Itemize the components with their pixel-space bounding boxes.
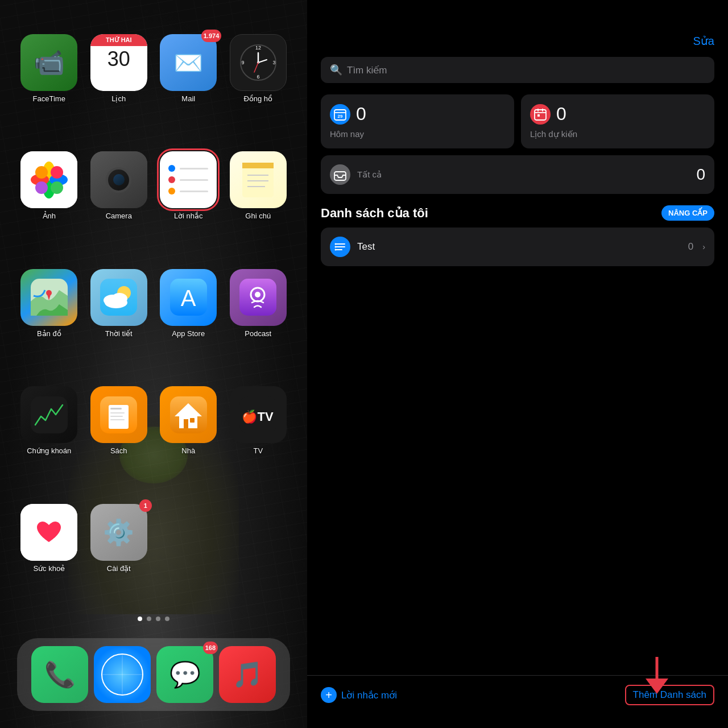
app-podcast[interactable]: Podcast — [226, 269, 291, 370]
podcast-icon — [230, 269, 287, 326]
app-thoi-tiet[interactable]: Thời tiết — [87, 269, 151, 370]
chevron-right-icon: › — [702, 242, 705, 251]
summary-grid: 29 0 Hôm nay 0 — [321, 94, 714, 148]
svg-marker-71 — [646, 679, 668, 694]
upgrade-button[interactable]: NÂNG CẤP — [661, 205, 714, 221]
books-svg — [100, 396, 137, 433]
app-ban-do[interactable]: Bản đồ — [17, 269, 81, 370]
dock-phone[interactable]: 📞 — [31, 646, 88, 703]
dock-messages[interactable]: 💬 168 — [156, 646, 213, 703]
home-svg — [170, 396, 207, 433]
cal-event-svg — [534, 108, 547, 121]
app-facetime[interactable]: 📹 FaceTime — [17, 34, 81, 135]
search-placeholder-text: Tìm kiếm — [347, 64, 387, 76]
list-item-test[interactable]: Test 0 › — [321, 228, 714, 266]
all-icon — [330, 164, 350, 185]
app-loi-nhac[interactable]: Lời nhắc — [156, 151, 221, 253]
lich-weekday: THỨ HAI — [90, 34, 147, 46]
app-ghi-chu[interactable]: Ghi chú — [226, 151, 291, 253]
page-dots — [11, 605, 296, 632]
all-count: 0 — [696, 166, 705, 184]
lich-du-kien-count: 0 — [556, 104, 566, 125]
thoi-tiet-icon — [90, 269, 147, 326]
loi-nhac-label: Lời nhắc — [174, 212, 203, 220]
svg-rect-35 — [31, 396, 68, 433]
sach-label: Sách — [110, 446, 127, 455]
dock-safari[interactable] — [94, 646, 151, 703]
facetime-label: FaceTime — [33, 94, 65, 103]
chung-khoan-icon — [20, 386, 77, 443]
app-sach[interactable]: Sách — [87, 386, 151, 487]
cai-dat-icon: ⚙️ 1 — [90, 504, 147, 561]
app-anh[interactable]: Ảnh — [17, 151, 81, 253]
anh-label: Ảnh — [43, 212, 56, 220]
svg-rect-18 — [242, 163, 274, 168]
app-dong-ho[interactable]: 12 6 9 3 Đồng hồ — [226, 34, 291, 135]
svg-line-6 — [258, 60, 267, 63]
app-camera[interactable]: Camera — [87, 151, 151, 253]
all-card[interactable]: Tất cả 0 — [321, 155, 714, 194]
app-cai-dat[interactable]: ⚙️ 1 Cài đặt — [87, 504, 151, 605]
svg-text:9: 9 — [241, 60, 244, 65]
spacer — [307, 271, 728, 675]
weather-svg — [100, 279, 137, 316]
nha-icon — [160, 386, 217, 443]
app-app-store[interactable]: A App Store — [156, 269, 221, 370]
camera-icon-wrapper — [90, 151, 147, 208]
test-list-name: Test — [357, 241, 375, 253]
loi-nhac-icon-wrapper — [160, 151, 217, 208]
tv-label: TV — [253, 446, 263, 455]
svg-point-29 — [105, 297, 127, 308]
list-svg — [334, 241, 346, 253]
app-mail[interactable]: ✉️ 1.974 Mail — [156, 34, 221, 135]
calendar-event-icon — [530, 104, 551, 125]
svg-point-34 — [255, 292, 260, 297]
dock-music[interactable]: 🎵 — [219, 646, 276, 703]
lich-label: Lịch — [111, 94, 126, 103]
health-svg — [32, 516, 65, 549]
svg-text:29: 29 — [338, 114, 343, 119]
mail-label: Mail — [181, 94, 195, 103]
app-suc-khoe[interactable]: Sức khoẻ — [17, 504, 81, 605]
svg-text:6: 6 — [257, 74, 259, 80]
page-dot-4 — [165, 617, 169, 621]
facetime-icon: 📹 — [20, 34, 77, 91]
plus-circle-icon: + — [321, 687, 337, 703]
reminders-app: Sửa 🔍 Tìm kiếm 29 0 Hôm nay — [307, 0, 728, 728]
svg-point-67 — [335, 243, 337, 245]
camera-label: Camera — [106, 212, 132, 220]
search-bar[interactable]: 🔍 Tìm kiếm — [321, 57, 714, 83]
svg-text:A: A — [180, 286, 196, 311]
app-chung-khoan[interactable]: Chứng khoán — [17, 386, 81, 487]
app-grid: 📹 FaceTime THỨ HAI 30 Lịch ✉️ 1.974 — [11, 34, 296, 605]
notes-svg — [239, 162, 276, 198]
sach-icon — [90, 386, 147, 443]
svg-rect-40 — [110, 416, 123, 417]
safari-svg — [94, 646, 151, 703]
card-hom-nay[interactable]: 29 0 Hôm nay — [321, 94, 514, 148]
messages-icon: 💬 168 — [156, 646, 213, 703]
card-lich-du-kien[interactable]: 0 Lịch dự kiến — [521, 94, 714, 148]
svg-point-68 — [335, 246, 337, 248]
page-dot-1 — [138, 617, 142, 621]
page-dot-3 — [156, 617, 160, 621]
podcast-label: Podcast — [245, 329, 271, 338]
app-lich[interactable]: THỨ HAI 30 Lịch — [87, 34, 151, 135]
app-tv[interactable]: 🍎TV TV — [226, 386, 291, 487]
mail-badge: 1.974 — [201, 30, 222, 42]
tv-svg: 🍎TV — [239, 396, 276, 433]
app-nha[interactable]: Nhà — [156, 386, 221, 487]
maps-svg — [31, 279, 68, 316]
edit-button[interactable]: Sửa — [693, 34, 714, 48]
nha-label: Nhà — [181, 446, 195, 455]
dong-ho-icon: 12 6 9 3 — [230, 34, 287, 91]
ban-do-label: Bản đồ — [37, 329, 61, 338]
cai-dat-badge: 1 — [139, 499, 152, 512]
suc-khoe-label: Sức khoẻ — [33, 564, 65, 573]
svg-text:12: 12 — [255, 45, 261, 51]
test-list-count: 0 — [688, 241, 693, 253]
my-lists-header: Danh sách của tôi NÂNG CẤP — [307, 205, 728, 228]
lich-date: 30 — [107, 49, 130, 69]
app-store-label: App Store — [172, 329, 205, 338]
new-reminder-button[interactable]: + Lời nhắc mới — [321, 687, 397, 703]
